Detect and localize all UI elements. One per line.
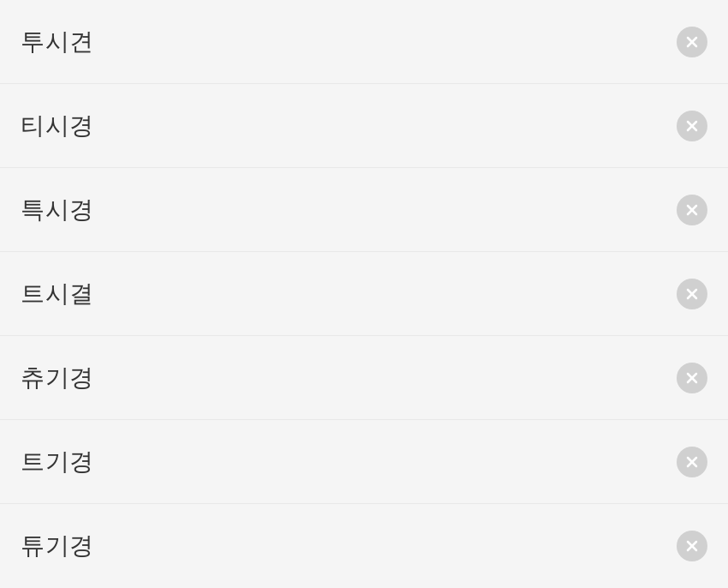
item-label-7: 튜기경	[21, 530, 94, 562]
close-icon	[683, 201, 701, 219]
list-item: 특시경	[0, 168, 728, 252]
list-item: 트기경	[0, 420, 728, 504]
list-item: 츄기경	[0, 336, 728, 420]
close-button-6[interactable]	[677, 447, 707, 477]
close-button-4[interactable]	[677, 279, 707, 309]
item-label-2: 티시경	[21, 110, 94, 142]
close-button-7[interactable]	[677, 531, 707, 561]
close-icon	[683, 537, 701, 555]
list-item: 티시경	[0, 84, 728, 168]
close-icon	[683, 33, 701, 51]
close-icon	[683, 117, 701, 135]
item-label-4: 트시결	[21, 278, 94, 310]
close-icon	[683, 285, 701, 303]
close-button-3[interactable]	[677, 195, 707, 225]
close-button-2[interactable]	[677, 111, 707, 141]
close-button-5[interactable]	[677, 363, 707, 393]
item-label-3: 특시경	[21, 194, 94, 226]
item-label-1: 투시견	[21, 26, 94, 58]
close-icon	[683, 369, 701, 387]
list-item: 트시결	[0, 252, 728, 336]
list-item: 튜기경	[0, 504, 728, 588]
close-button-1[interactable]	[677, 27, 707, 57]
item-label-6: 트기경	[21, 446, 94, 478]
item-label-5: 츄기경	[21, 362, 94, 394]
close-icon	[683, 453, 701, 471]
list-item: 투시견	[0, 0, 728, 84]
list-container: 투시견 티시경 특시경 트시결 츄기경	[0, 0, 728, 588]
